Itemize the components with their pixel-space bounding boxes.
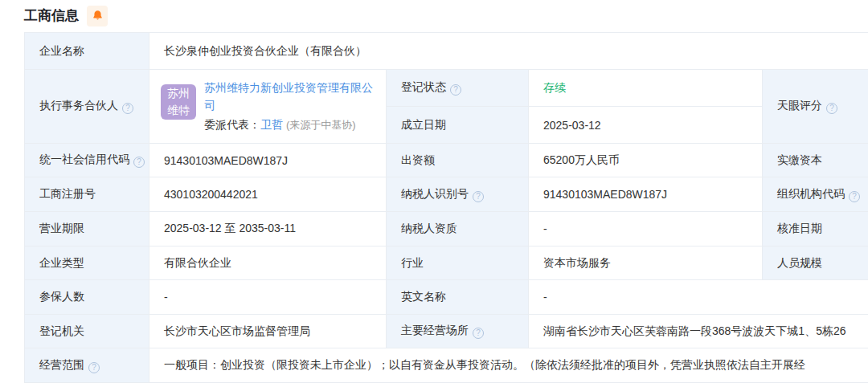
staff-size-label-cell: 人员规模	[763, 246, 868, 280]
table-row: 营业期限 2025-03-12 至 2035-03-11 纳税人资质 - 核准日…	[25, 212, 868, 246]
credit-code-value: 91430103MAED8W187J	[164, 154, 288, 167]
partner-avatar[interactable]: 苏州 维特	[161, 84, 196, 120]
reg-number-value-cell: 430103200442021	[149, 177, 387, 212]
main-premises-value: 湖南省长沙市天心区芙蓉南路一段368号波波天下城1、5栋26	[543, 324, 846, 337]
business-scope-label: 经营范围	[39, 358, 84, 371]
monitor-bell-button[interactable]	[87, 6, 108, 26]
registration-status-label-cell: 登记状态?	[387, 70, 529, 107]
english-name-value-cell: -	[529, 280, 868, 315]
company-type-label: 企业类型	[39, 256, 84, 269]
tianyan-score-label: 天眼评分	[777, 99, 822, 112]
table-row: 参保人数 - 英文名称 -	[25, 280, 868, 315]
section-title: 工商信息	[24, 6, 79, 25]
help-icon[interactable]: ?	[473, 328, 484, 339]
section-header: 工商信息	[0, 0, 868, 32]
business-term-label: 营业期限	[39, 222, 84, 234]
credit-code-value-cell: 91430103MAED8W187J	[149, 144, 387, 177]
contribution-value-cell: 65200万人民币	[529, 144, 763, 177]
org-code-label: 组织机构代码	[777, 187, 845, 200]
insured-count-value-cell: -	[149, 280, 387, 315]
company-type-label-cell: 企业类型	[25, 246, 149, 280]
industry-label: 行业	[401, 256, 424, 269]
table-row: 执行事务合伙人? 苏州 维特 苏州维特力新创业投资管理有限公司 委派代表：卫哲 …	[25, 70, 868, 107]
registration-status-value-cell: 存续	[529, 70, 763, 107]
taxpayer-qualification-value: -	[543, 222, 547, 235]
establish-date-value-cell: 2025-03-12	[529, 107, 763, 144]
main-premises-label: 主要经营场所	[401, 324, 469, 336]
help-icon[interactable]: ?	[122, 103, 133, 114]
taxpayer-qualification-label: 纳税人资质	[401, 222, 457, 234]
credit-code-label-cell: 统一社会信用代码?	[25, 144, 149, 177]
taxpayer-id-value: 91430103MAED8W187J	[543, 188, 667, 201]
industry-value: 资本市场服务	[543, 256, 611, 269]
taxpayer-qualification-value-cell: -	[529, 212, 763, 246]
paid-capital-label-cell: 实缴资本	[763, 144, 868, 177]
reg-number-label: 工商注册号	[39, 187, 96, 200]
table-row: 企业名称 长沙泉仲创业投资合伙企业（有限合伙）	[25, 33, 868, 70]
business-term-label-cell: 营业期限	[25, 212, 149, 246]
registration-authority-value-cell: 长沙市天心区市场监督管理局	[149, 315, 387, 348]
table-row: 经营范围? 一般项目：创业投资（限投资未上市企业）；以自有资金从事投资活动。（除…	[25, 348, 868, 383]
partner-company-link[interactable]: 苏州维特力新创业投资管理有限公司	[204, 79, 375, 115]
executive-partner-label: 执行事务合伙人	[39, 99, 118, 112]
bell-icon	[92, 10, 104, 22]
executive-partner-label-cell: 执行事务合伙人?	[25, 70, 149, 144]
paid-capital-label: 实缴资本	[777, 153, 822, 166]
status-badge: 存续	[543, 81, 566, 94]
contribution-value: 65200万人民币	[543, 153, 620, 166]
english-name-value: -	[543, 291, 547, 303]
insured-count-value: -	[164, 291, 168, 303]
help-icon[interactable]: ?	[826, 103, 837, 114]
company-name-label: 企业名称	[39, 44, 84, 57]
taxpayer-id-label: 纳税人识别号	[401, 187, 469, 200]
taxpayer-id-value-cell: 91430103MAED8W187J	[529, 177, 763, 212]
business-scope-label-cell: 经营范围?	[25, 348, 149, 383]
company-name-value-cell: 长沙泉仲创业投资合伙企业（有限合伙）	[149, 33, 868, 70]
executive-partner-value-cell: 苏州 维特 苏州维特力新创业投资管理有限公司 委派代表：卫哲 (来源于中基协)	[149, 70, 387, 144]
org-code-label-cell: 组织机构代码?	[763, 177, 868, 212]
help-icon[interactable]: ?	[849, 191, 860, 202]
registration-authority-value: 长沙市天心区市场监督管理局	[164, 324, 310, 337]
staff-size-label: 人员规模	[777, 256, 822, 269]
english-name-label: 英文名称	[401, 290, 446, 303]
industry-value-cell: 资本市场服务	[529, 246, 763, 280]
establish-date-value: 2025-03-12	[543, 119, 601, 132]
contribution-label-cell: 出资额	[387, 144, 529, 177]
company-type-value-cell: 有限合伙企业	[149, 246, 387, 280]
registration-authority-label: 登记机关	[39, 324, 84, 337]
help-icon[interactable]: ?	[473, 191, 484, 202]
table-row: 统一社会信用代码? 91430103MAED8W187J 出资额 65200万人…	[25, 144, 868, 177]
business-scope-value: 一般项目：创业投资（限投资未上市企业）；以自有资金从事投资活动。（除依法须经批准…	[164, 358, 805, 371]
help-icon[interactable]: ?	[450, 84, 461, 96]
contribution-label: 出资额	[401, 153, 435, 166]
delegate-label: 委派代表：	[204, 118, 260, 131]
registration-status-label: 登记状态	[401, 80, 446, 93]
approval-date-label: 核准日期	[777, 222, 822, 234]
business-info-table: 企业名称 长沙泉仲创业投资合伙企业（有限合伙） 执行事务合伙人? 苏州 维特 苏…	[24, 32, 868, 383]
insured-count-label: 参保人数	[39, 290, 84, 303]
business-scope-value-cell: 一般项目：创业投资（限投资未上市企业）；以自有资金从事投资活动。（除依法须经批准…	[149, 348, 868, 383]
company-type-value: 有限合伙企业	[164, 256, 231, 269]
approval-date-label-cell: 核准日期	[763, 212, 868, 246]
business-term-value: 2025-03-12 至 2035-03-11	[164, 222, 296, 234]
taxpayer-qualification-label-cell: 纳税人资质	[387, 212, 529, 246]
company-name-label-cell: 企业名称	[25, 33, 149, 70]
main-premises-label-cell: 主要经营场所?	[387, 315, 529, 348]
reg-number-label-cell: 工商注册号	[25, 177, 149, 212]
english-name-label-cell: 英文名称	[387, 280, 529, 315]
delegate-name-link[interactable]: 卫哲	[260, 118, 283, 131]
help-icon[interactable]: ?	[88, 362, 100, 373]
reg-number-value: 430103200442021	[164, 188, 258, 201]
table-row: 工商注册号 430103200442021 纳税人识别号? 91430103MA…	[25, 177, 868, 212]
tianyan-score-label-cell: 天眼评分?	[763, 70, 868, 144]
main-premises-value-cell: 湖南省长沙市天心区芙蓉南路一段368号波波天下城1、5栋26	[529, 315, 868, 348]
table-row: 登记机关 长沙市天心区市场监督管理局 主要经营场所? 湖南省长沙市天心区芙蓉南路…	[25, 315, 868, 348]
business-term-value-cell: 2025-03-12 至 2035-03-11	[149, 212, 387, 246]
establish-date-label: 成立日期	[401, 118, 446, 131]
avatar-text-line2: 维特	[167, 102, 190, 118]
taxpayer-id-label-cell: 纳税人识别号?	[387, 177, 529, 212]
help-icon[interactable]: ?	[133, 157, 145, 168]
avatar-text-line1: 苏州	[167, 85, 190, 101]
credit-code-label: 统一社会信用代码	[39, 153, 129, 165]
table-row: 企业类型 有限合伙企业 行业 资本市场服务 人员规模	[25, 246, 868, 280]
